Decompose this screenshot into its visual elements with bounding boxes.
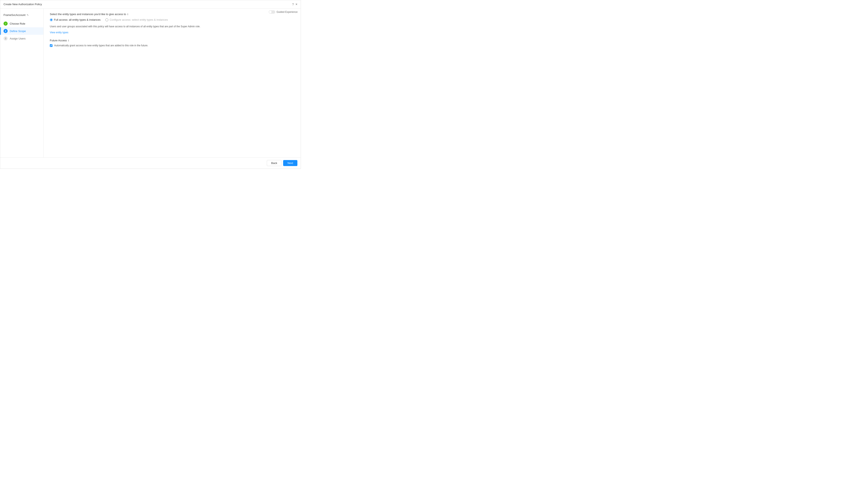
step-label-1: Choose Role bbox=[10, 22, 25, 25]
future-access-heading: Future Access bbox=[50, 39, 67, 42]
account-name-label: FrameSvcAccount bbox=[3, 13, 25, 17]
section-info-icon[interactable]: ℹ bbox=[127, 13, 128, 16]
help-icon[interactable]: ? bbox=[292, 3, 294, 6]
section-heading-text: Select the entity types and instances yo… bbox=[50, 12, 126, 16]
future-access-section: Future Access ℹ Automatically grant acce… bbox=[50, 39, 294, 47]
step-num-label-2: 2 bbox=[5, 30, 6, 32]
configure-access-label: Configure access: select entity types & … bbox=[110, 18, 168, 21]
dialog: Create New Authorization Policy ? × Fram… bbox=[0, 0, 301, 169]
sidebar: FrameSvcAccount ✎ ✓ Choose Role 2 Define… bbox=[0, 8, 43, 157]
future-access-checkbox-option[interactable]: Automatically grant access to new entity… bbox=[50, 44, 294, 47]
access-radio-group: Full access: all entity types & instance… bbox=[50, 18, 294, 21]
account-name-row: FrameSvcAccount ✎ bbox=[0, 12, 43, 20]
dialog-header: Create New Authorization Policy ? × bbox=[0, 0, 301, 8]
step-item-assign-users[interactable]: 3 Assign Users bbox=[0, 35, 43, 42]
future-access-header: Future Access ℹ bbox=[50, 39, 294, 42]
main-content: Guided Experience Select the entity type… bbox=[43, 8, 301, 157]
view-entity-types-link[interactable]: View entity types bbox=[50, 31, 68, 34]
step-number-2: 2 bbox=[3, 29, 8, 33]
future-access-info-icon[interactable]: ℹ bbox=[68, 39, 69, 42]
future-access-checkbox[interactable] bbox=[50, 44, 53, 47]
guided-experience-toggle[interactable] bbox=[269, 10, 275, 13]
dialog-footer: Back Next bbox=[0, 157, 301, 169]
step-number-1: ✓ bbox=[3, 22, 8, 26]
guided-experience-container: Guided Experience bbox=[269, 10, 298, 13]
edit-icon[interactable]: ✎ bbox=[27, 13, 29, 17]
full-access-radio[interactable] bbox=[50, 19, 53, 21]
next-button[interactable]: Next bbox=[283, 160, 298, 166]
step-label-3: Assign Users bbox=[10, 37, 26, 40]
step-item-choose-role[interactable]: ✓ Choose Role bbox=[0, 20, 43, 27]
dialog-body: FrameSvcAccount ✎ ✓ Choose Role 2 Define… bbox=[0, 8, 301, 157]
step-number-3: 3 bbox=[3, 36, 8, 40]
configure-access-radio[interactable] bbox=[105, 19, 108, 21]
section-heading: Select the entity types and instances yo… bbox=[50, 12, 294, 16]
step-num-label-3: 3 bbox=[5, 37, 6, 40]
full-access-label: Full access: all entity types & instance… bbox=[54, 18, 100, 21]
dialog-title: Create New Authorization Policy bbox=[3, 3, 42, 6]
step-label-2: Define Scope bbox=[10, 30, 26, 33]
header-actions: ? × bbox=[292, 2, 298, 6]
full-access-option[interactable]: Full access: all entity types & instance… bbox=[50, 18, 100, 21]
future-access-checkbox-label: Automatically grant access to new entity… bbox=[54, 44, 148, 47]
configure-access-option[interactable]: Configure access: select entity types & … bbox=[105, 18, 168, 21]
back-button[interactable]: Back bbox=[267, 160, 281, 166]
checkmark-icon: ✓ bbox=[5, 23, 6, 25]
description-text: Users and user groups associated with th… bbox=[50, 25, 294, 28]
close-icon[interactable]: × bbox=[296, 2, 298, 6]
guided-experience-label: Guided Experience bbox=[277, 10, 298, 13]
step-item-define-scope[interactable]: 2 Define Scope bbox=[0, 27, 43, 35]
